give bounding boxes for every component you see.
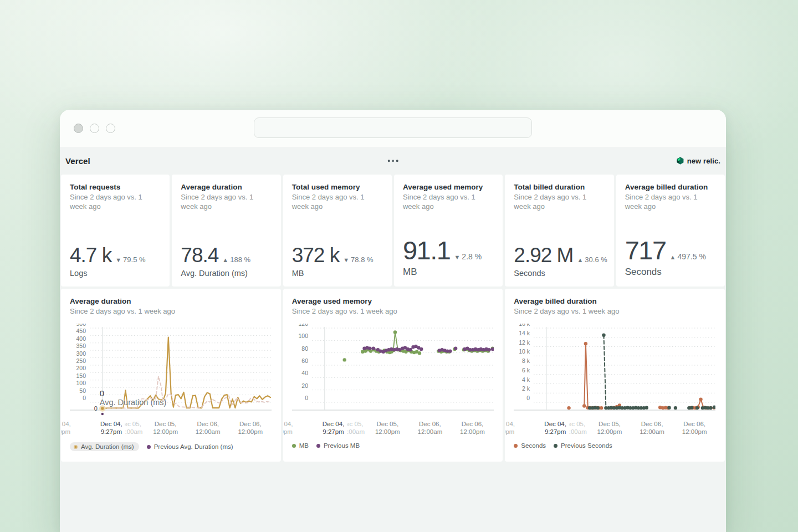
x-tick-label: Dec 06,12:00pm bbox=[682, 420, 707, 436]
kpi-value: 717 bbox=[625, 237, 666, 263]
kpi-value-block: 2.92 M▲30.6 %Seconds bbox=[514, 245, 605, 278]
svg-text:6 k: 6 k bbox=[522, 367, 530, 374]
x-axis-labels: Dec 04,9:00pmDec 04,9:27pmDec 05,12:00am… bbox=[292, 420, 494, 437]
series-points-0 bbox=[567, 342, 716, 410]
kpi-value-row: 91.1▼2.8 % bbox=[403, 237, 494, 263]
legend-dot-icon bbox=[147, 445, 151, 449]
kpi-value-row: 372 k▼78.8 % bbox=[292, 245, 383, 265]
svg-text:50: 50 bbox=[79, 387, 86, 394]
kpi-delta: ▲497.5 % bbox=[670, 252, 706, 261]
svg-text:60: 60 bbox=[301, 357, 308, 364]
legend-item-0[interactable]: Seconds bbox=[514, 442, 546, 449]
kpi-delta: ▼2.8 % bbox=[454, 252, 482, 261]
dashboard: Vercel new relic. Total requestsSince 2 … bbox=[60, 147, 726, 532]
svg-text:10 k: 10 k bbox=[519, 348, 530, 355]
kpi-delta: ▲188 % bbox=[222, 255, 250, 264]
kpi-card-0: Total requestsSince 2 days ago vs. 1 wee… bbox=[61, 175, 170, 287]
chart-canvas: 020406080100120 bbox=[292, 324, 494, 417]
x-tick-label: Dec 06,12:00pm bbox=[460, 420, 485, 436]
svg-text:20: 20 bbox=[301, 382, 308, 389]
svg-text:0: 0 bbox=[526, 395, 530, 401]
x-tick-label: Dec 06,12:00am bbox=[196, 420, 221, 436]
delta-up-icon: ▲ bbox=[670, 254, 676, 260]
svg-text:250: 250 bbox=[76, 357, 86, 364]
browser-chrome bbox=[60, 110, 726, 147]
delta-up-icon: ▲ bbox=[577, 257, 583, 263]
svg-text:0: 0 bbox=[83, 395, 86, 401]
chart-title: Average used memory bbox=[292, 296, 494, 306]
svg-text:150: 150 bbox=[76, 372, 86, 379]
chart-legend: Avg. Duration (ms)Previous Avg. Duration… bbox=[70, 442, 272, 451]
kpi-unit: MB bbox=[403, 267, 494, 278]
x-tick-label: Dec 05,12:00pm bbox=[597, 420, 622, 436]
kpi-value-block: 4.7 k▼79.5 %Logs bbox=[70, 245, 161, 278]
legend-item-1[interactable]: Previous Seconds bbox=[554, 442, 612, 449]
legend-label: Seconds bbox=[521, 442, 546, 449]
kpi-value-block: 91.1▼2.8 %MB bbox=[403, 237, 494, 278]
chart-body: 020406080100120 bbox=[292, 324, 494, 419]
svg-text:12 k: 12 k bbox=[519, 339, 530, 346]
kpi-value: 2.92 M bbox=[514, 245, 573, 265]
more-menu-icon[interactable] bbox=[385, 156, 402, 165]
svg-text:8 k: 8 k bbox=[522, 357, 530, 364]
kpi-value: 78.4 bbox=[181, 245, 218, 265]
series-points-1 bbox=[362, 345, 494, 354]
x-axis-labels: Dec 04,9:00pmDec 04,9:27pmDec 05,12:00am… bbox=[514, 420, 716, 437]
address-bar-input[interactable] bbox=[254, 117, 532, 138]
legend-label: Previous MB bbox=[324, 442, 360, 449]
legend-item-1[interactable]: Previous MB bbox=[316, 442, 360, 449]
kpi-subtitle: Since 2 days ago vs. 1 week ago bbox=[70, 192, 161, 211]
kpi-card-5: Average billed durationSince 2 days ago … bbox=[616, 175, 725, 287]
kpi-unit: Seconds bbox=[625, 267, 716, 278]
chart-card-2: Average billed durationSince 2 days ago … bbox=[505, 289, 725, 462]
kpi-title: Average used memory bbox=[403, 182, 494, 192]
svg-text:14 k: 14 k bbox=[519, 330, 530, 336]
chart-body: 02 k4 k6 k8 k10 k12 k14 k16 k bbox=[514, 324, 716, 419]
window-minimize-button[interactable] bbox=[90, 124, 99, 133]
series-line-1 bbox=[590, 335, 714, 408]
x-tick-label: Dec 04,9:00pm bbox=[61, 420, 71, 436]
chart-subtitle: Since 2 days ago vs. 1 week ago bbox=[292, 306, 494, 316]
kpi-title: Average billed duration bbox=[625, 182, 716, 192]
hover-point bbox=[100, 406, 105, 411]
x-axis-labels: Dec 04,9:00pmDec 04,9:27pmDec 05,12:00am… bbox=[70, 420, 272, 437]
legend-item-0[interactable]: MB bbox=[292, 442, 309, 449]
chart-body: 05010015020025030035040045050000Avg. Dur… bbox=[70, 324, 272, 419]
svg-text:4 k: 4 k bbox=[522, 376, 530, 383]
svg-text:100: 100 bbox=[298, 332, 308, 339]
x-tick-label: Dec 06,12:00am bbox=[640, 420, 664, 436]
legend-item-0[interactable]: Avg. Duration (ms) bbox=[70, 442, 139, 451]
x-tick-label: Dec 05,12:00pm bbox=[153, 420, 178, 436]
delta-down-icon: ▼ bbox=[115, 257, 121, 263]
x-tick-label: Dec 04,9:00pm bbox=[505, 420, 515, 436]
legend-label: Previous Avg. Duration (ms) bbox=[154, 443, 233, 450]
chart-subtitle: Since 2 days ago vs. 1 week ago bbox=[514, 306, 716, 316]
kpi-unit: Avg. Duration (ms) bbox=[181, 269, 272, 278]
svg-text:200: 200 bbox=[76, 365, 86, 371]
brand-wordmark: new relic. bbox=[687, 157, 720, 165]
chart-canvas: 0501001502002503003504004505000 bbox=[70, 324, 272, 417]
kpi-card-3: Average used memorySince 2 days ago vs. … bbox=[394, 175, 503, 287]
legend-dot-icon bbox=[74, 445, 78, 449]
kpi-card-row: Total requestsSince 2 days ago vs. 1 wee… bbox=[60, 175, 726, 287]
chart-title: Average duration bbox=[70, 296, 272, 306]
kpi-value: 372 k bbox=[292, 245, 340, 265]
browser-window: Vercel new relic. Total requestsSince 2 … bbox=[60, 110, 726, 532]
kpi-title: Total requests bbox=[70, 182, 161, 192]
window-maximize-button[interactable] bbox=[106, 124, 115, 133]
window-close-button[interactable] bbox=[74, 124, 83, 133]
x-tick-label: Dec 04,9:27pm bbox=[541, 420, 569, 436]
chart-card-row: Average durationSince 2 days ago vs. 1 w… bbox=[60, 289, 726, 462]
x-tick-label: Dec 06,12:00am bbox=[417, 420, 442, 436]
svg-text:300: 300 bbox=[76, 350, 86, 357]
svg-text:16 k: 16 k bbox=[519, 324, 530, 327]
kpi-delta: ▲30.6 % bbox=[577, 255, 607, 264]
svg-text:450: 450 bbox=[76, 328, 86, 334]
kpi-unit: MB bbox=[292, 269, 383, 278]
kpi-card-1: Average durationSince 2 days ago vs. 1 w… bbox=[172, 175, 280, 287]
chart-subtitle: Since 2 days ago vs. 1 week ago bbox=[70, 306, 272, 316]
legend-item-1[interactable]: Previous Avg. Duration (ms) bbox=[147, 443, 233, 450]
kpi-value-row: 4.7 k▼79.5 % bbox=[70, 245, 161, 265]
chart-legend: SecondsPrevious Seconds bbox=[514, 442, 716, 449]
delta-up-icon: ▲ bbox=[222, 257, 228, 263]
